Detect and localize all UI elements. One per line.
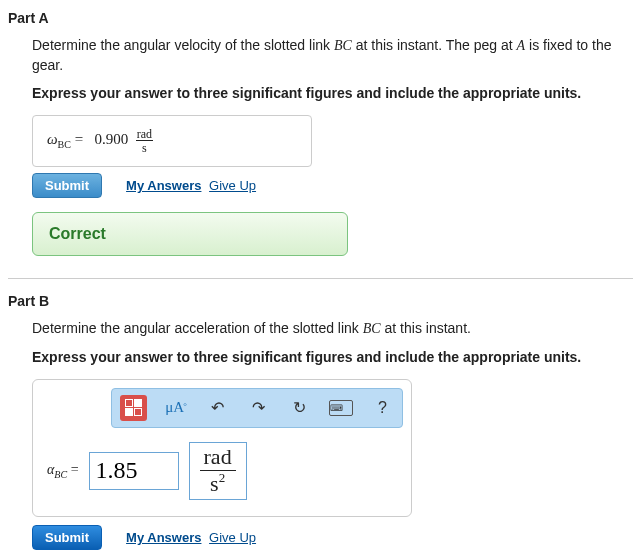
prompt-text: Determine the angular velocity of the sl… <box>32 37 334 53</box>
feedback-correct: Correct <box>32 212 348 256</box>
part-b-prompt: Determine the angular acceleration of th… <box>32 319 633 339</box>
ring-accent-icon: ° <box>183 401 187 411</box>
links-b: My Answers Give Up <box>126 530 260 545</box>
redo-button[interactable]: ↷ <box>247 395 270 421</box>
action-row-b: Submit My Answers Give Up <box>32 525 633 550</box>
give-up-link-b[interactable]: Give Up <box>209 530 256 545</box>
keyboard-icon: ⌨ <box>329 400 353 416</box>
answer-value-input-b[interactable] <box>89 452 179 490</box>
part-a-prompt: Determine the angular velocity of the sl… <box>32 36 633 75</box>
submit-button-a[interactable]: Submit <box>32 173 102 198</box>
part-b-title: Part B <box>8 293 633 309</box>
mu-symbol: μ <box>165 399 173 416</box>
answer-value-a: 0.900 <box>94 132 128 148</box>
part-b: Part B Determine the angular acceleratio… <box>8 293 633 556</box>
var-bc: BC <box>334 38 352 53</box>
unit-numerator: rad <box>136 128 153 141</box>
divider <box>8 278 633 279</box>
keyboard-button[interactable]: ⌨ <box>329 395 353 421</box>
units-tool-button[interactable]: μA° <box>165 395 188 421</box>
unit-denominator: s2 <box>200 471 236 495</box>
part-a-title: Part A <box>8 10 633 26</box>
help-button[interactable]: ? <box>371 395 394 421</box>
alpha-label: αBC = <box>47 462 79 480</box>
action-row-a: Submit My Answers Give Up <box>32 173 633 198</box>
reset-button[interactable]: ↻ <box>288 395 311 421</box>
answer-panel-b: μA° ↶ ↷ ↻ ⌨ ? αBC = rad <box>32 379 412 517</box>
answer-display-a: ωBC = 0.900 rad s <box>32 115 312 167</box>
part-b-instruction: Express your answer to three significant… <box>32 349 633 365</box>
var-bc: BC <box>363 321 381 336</box>
part-a: Part A Determine the angular velocity of… <box>8 10 633 256</box>
alpha-subscript: BC <box>54 469 67 480</box>
equation-toolbar: μA° ↶ ↷ ↻ ⌨ ? <box>111 388 403 428</box>
unit-input-b[interactable]: rad s2 <box>189 442 247 500</box>
unit-numerator: rad <box>200 446 236 471</box>
var-a: A <box>517 38 526 53</box>
fraction-tool-icon[interactable] <box>120 395 147 421</box>
omega-symbol: ω <box>47 132 58 148</box>
give-up-link-a[interactable]: Give Up <box>209 178 256 193</box>
prompt-text: at this instant. <box>381 320 471 336</box>
omega-subscript: BC <box>58 140 71 151</box>
unit-den-exp: 2 <box>219 470 226 485</box>
unit-fraction-a: rad s <box>136 128 153 154</box>
equals-sign: = <box>75 132 87 148</box>
part-a-instruction: Express your answer to three significant… <box>32 85 633 101</box>
unit-den-base: s <box>210 471 219 496</box>
prompt-text: Determine the angular acceleration of th… <box>32 320 363 336</box>
unit-fraction-b: rad s2 <box>200 446 236 495</box>
my-answers-link-a[interactable]: My Answers <box>126 178 201 193</box>
undo-button[interactable]: ↶ <box>206 395 229 421</box>
submit-button-b[interactable]: Submit <box>32 525 102 550</box>
my-answers-link-b[interactable]: My Answers <box>126 530 201 545</box>
equals-sign: = <box>71 462 79 477</box>
prompt-text: at this instant. The peg at <box>352 37 517 53</box>
answer-row-b: αBC = rad s2 <box>41 442 403 508</box>
unit-denominator: s <box>136 141 153 154</box>
links-a: My Answers Give Up <box>126 178 260 193</box>
